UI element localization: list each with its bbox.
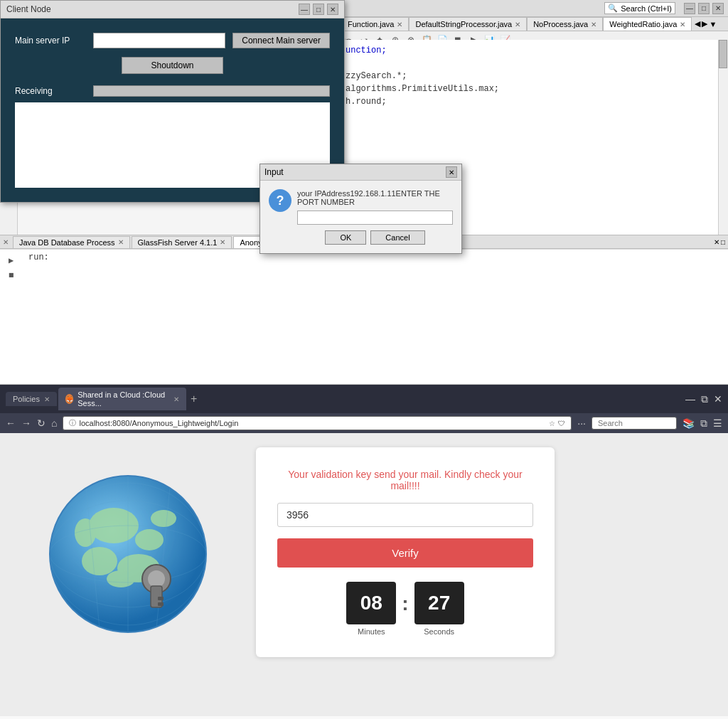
dropdown-tabs-icon[interactable]: ▼: [709, 20, 717, 28]
svg-point-3: [135, 529, 164, 550]
tab-java-db[interactable]: Java DB Database Process ✕: [13, 236, 130, 248]
tabs-icon[interactable]: ⧉: [700, 417, 707, 430]
dialog-cancel-btn[interactable]: Cancel: [370, 230, 424, 245]
tab-close-icon[interactable]: ✕: [118, 238, 124, 246]
bookmark-icon[interactable]: ☆: [549, 420, 555, 427]
tab-close-icon[interactable]: ✕: [515, 21, 520, 28]
browser-win-controls: — ⧉ ✕: [685, 393, 722, 405]
home-btn[interactable]: ⌂: [51, 417, 57, 429]
restore-btn[interactable]: □: [313, 4, 324, 15]
browser-tab-policies[interactable]: Policies ✕: [6, 392, 57, 406]
tab-label: WeightedRatio.java: [609, 20, 677, 28]
new-tab-btn[interactable]: +: [188, 393, 200, 405]
seconds-number: 27: [414, 582, 464, 624]
tab-function-java[interactable]: Function.java ✕: [341, 17, 409, 31]
minimize-btn[interactable]: —: [299, 4, 310, 15]
svg-rect-20: [158, 602, 164, 606]
bottom-maximize-icon[interactable]: □: [721, 238, 725, 246]
scroll-left-icon[interactable]: ◀: [695, 19, 700, 28]
shutdown-row: Shoutdown: [15, 57, 330, 74]
tab-close-icon[interactable]: ✕: [220, 238, 225, 246]
browser-toolbar: ← → ↻ ⌂ ⓘ localhost:8080/Anonymous_Light…: [0, 413, 728, 433]
dialog-port-input[interactable]: [297, 211, 453, 225]
svg-rect-19: [158, 597, 164, 600]
question-mark: ?: [277, 193, 284, 208]
code-line: [346, 57, 722, 70]
dialog-buttons: OK Cancel: [297, 230, 453, 245]
dialog-body: ? your IPAddress192.168.1.11ENTER THE PO…: [260, 181, 461, 253]
tab-close-icon[interactable]: ✕: [173, 395, 179, 403]
card-timer: 08 Minutes : 27 Seconds: [277, 582, 533, 636]
tab-label: Function.java: [348, 20, 394, 28]
restore-btn[interactable]: ⧉: [701, 393, 708, 405]
receiving-progress: [93, 85, 330, 97]
browser-search-input[interactable]: [592, 417, 677, 430]
close-btn[interactable]: ✕: [714, 393, 722, 405]
tab-label: Java DB Database Process: [19, 238, 115, 247]
tab-glassfish[interactable]: GlassFish Server 4.1.1 ✕: [132, 236, 232, 248]
tab-close-icon[interactable]: ✕: [680, 21, 685, 28]
back-btn[interactable]: ←: [6, 417, 16, 429]
validation-card: Your validation key send your mail. Kind…: [256, 447, 555, 657]
minimize-btn[interactable]: —: [685, 393, 695, 405]
browser-titlebar: Policies ✕ 🦊 Shared in a Cloud :Cloud Se…: [0, 385, 728, 413]
close-btn[interactable]: ✕: [712, 3, 724, 14]
tab-close-icon[interactable]: ✕: [591, 21, 596, 28]
card-title: Your validation key send your mail. Kind…: [277, 469, 533, 491]
search-placeholder: Search (Ctrl+I): [621, 4, 672, 13]
tab-close-icon[interactable]: ✕: [397, 21, 402, 28]
lock-icon: ⓘ: [69, 418, 76, 428]
dialog-titlebar: Input ✕: [260, 164, 461, 181]
scroll-right-icon[interactable]: ▶: [702, 19, 707, 28]
input-dialog: Input ✕ ? your IPAddress192.168.1.11ENTE…: [259, 164, 462, 254]
browser-window: Policies ✕ 🦊 Shared in a Cloud :Cloud Se…: [0, 384, 728, 719]
main-server-ip-input[interactable]: [93, 33, 225, 48]
main-server-label: Main server IP: [15, 36, 86, 46]
ide-search-bar[interactable]: 🔍 Search (Ctrl+I): [604, 2, 675, 14]
bottom-panel-icon: ✕: [3, 238, 9, 246]
shutdown-btn[interactable]: Shoutdown: [122, 57, 223, 74]
client-node-title: Client Node: [6, 4, 51, 14]
address-bar[interactable]: ⓘ localhost:8080/Anonymous_Lightweight/L…: [63, 416, 572, 430]
seconds-label: Seconds: [424, 627, 454, 636]
tab-close-icon[interactable]: ✕: [44, 395, 50, 403]
close-btn[interactable]: ✕: [327, 4, 338, 15]
ide-scrollbar[interactable]: [718, 40, 728, 249]
tab-defaultstringprocessor[interactable]: DefaultStringProcessor.java ✕: [409, 17, 527, 31]
ide-bottom-left-icons: ▶ ◼: [6, 252, 23, 381]
tab-label: DefaultStringProcessor.java: [415, 20, 512, 28]
browser-tabs: Policies ✕ 🦊 Shared in a Cloud :Cloud Se…: [6, 388, 685, 410]
browser-right-icons: 📚 ⧉ ☰: [682, 417, 722, 430]
dialog-ok-btn[interactable]: OK: [325, 230, 366, 245]
menu-icon[interactable]: ☰: [713, 417, 722, 430]
restore-btn[interactable]: □: [698, 3, 710, 14]
tab-label: Policies: [13, 395, 40, 403]
verify-btn[interactable]: Verify: [277, 538, 533, 568]
validation-key-input[interactable]: [277, 503, 533, 527]
globe-area: [14, 447, 242, 675]
shield-icon[interactable]: 🛡: [558, 420, 565, 427]
tab-label: NoProcess.java: [533, 20, 588, 28]
dialog-close-btn[interactable]: ✕: [446, 166, 457, 178]
more-btn[interactable]: ···: [577, 417, 586, 429]
code-line: unction;: [346, 44, 722, 57]
scrollbar-thumb[interactable]: [719, 40, 727, 68]
run-output-text: run:: [28, 252, 722, 262]
forward-btn[interactable]: →: [21, 417, 31, 429]
svg-point-4: [82, 547, 117, 575]
tab-weightedratio[interactable]: WeightedRatio.java ✕: [603, 17, 692, 31]
url-actions: ☆ 🛡: [549, 420, 565, 427]
minutes-number: 08: [346, 582, 396, 624]
tab-noprocess[interactable]: NoProcess.java ✕: [527, 17, 603, 31]
seconds-block: 27 Seconds: [414, 582, 464, 636]
reload-btn[interactable]: ↻: [37, 417, 46, 429]
minimize-btn[interactable]: —: [684, 3, 695, 14]
connect-main-server-btn[interactable]: Connect Main server: [232, 33, 330, 48]
timer-colon: :: [402, 592, 408, 625]
code-line: algorithms.PrimitiveUtils.max;: [346, 82, 722, 95]
bottom-expand-icon[interactable]: ✕: [714, 238, 719, 246]
tab-label: GlassFish Server 4.1.1: [138, 238, 218, 247]
bookmarks-icon[interactable]: 📚: [682, 417, 695, 430]
code-line: zzySearch.*;: [346, 70, 722, 82]
browser-tab-cloud[interactable]: 🦊 Shared in a Cloud :Cloud Sess... ✕: [58, 388, 186, 410]
